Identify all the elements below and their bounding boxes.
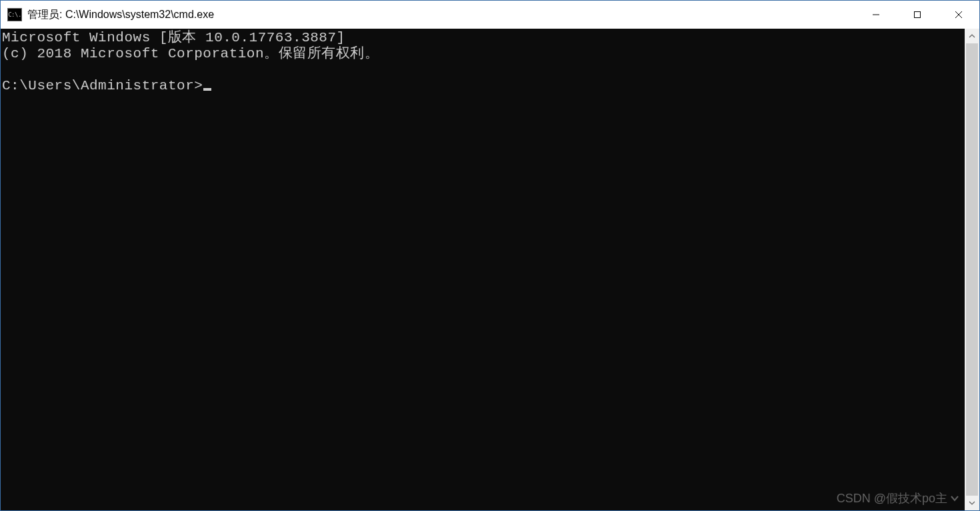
scroll-down-button[interactable] bbox=[965, 496, 979, 510]
window-controls bbox=[855, 1, 979, 29]
vertical-scrollbar[interactable] bbox=[965, 29, 979, 510]
titlebar[interactable]: C:\. 管理员: C:\Windows\system32\cmd.exe bbox=[1, 1, 979, 29]
cmd-icon-caption: C:\. bbox=[8, 11, 21, 18]
chevron-up-icon bbox=[969, 34, 975, 38]
terminal-prompt: C:\Users\Administrator> bbox=[2, 78, 203, 93]
terminal-line-2: (c) 2018 Microsoft Corporation。保留所有权利。 bbox=[2, 46, 379, 61]
chevron-down-icon bbox=[969, 501, 975, 505]
terminal-line-1: Microsoft Windows [版本 10.0.17763.3887] bbox=[2, 30, 345, 45]
window-title: 管理员: C:\Windows\system32\cmd.exe bbox=[27, 8, 855, 22]
maximize-button[interactable] bbox=[897, 1, 938, 29]
terminal-cursor bbox=[203, 88, 211, 91]
svg-rect-1 bbox=[915, 12, 921, 18]
client-area: Microsoft Windows [版本 10.0.17763.3887] (… bbox=[1, 29, 979, 510]
terminal-output[interactable]: Microsoft Windows [版本 10.0.17763.3887] (… bbox=[1, 29, 965, 510]
scroll-track[interactable] bbox=[965, 43, 979, 496]
close-icon bbox=[954, 10, 963, 19]
minimize-button[interactable] bbox=[855, 1, 897, 29]
cmd-icon: C:\. bbox=[7, 8, 22, 21]
maximize-icon bbox=[913, 10, 922, 19]
scroll-thumb[interactable] bbox=[966, 43, 978, 496]
close-button[interactable] bbox=[938, 1, 979, 29]
minimize-icon bbox=[871, 10, 881, 19]
scroll-up-button[interactable] bbox=[965, 29, 979, 43]
cmd-window: C:\. 管理员: C:\Windows\system32\cmd.exe Mi… bbox=[0, 0, 980, 511]
